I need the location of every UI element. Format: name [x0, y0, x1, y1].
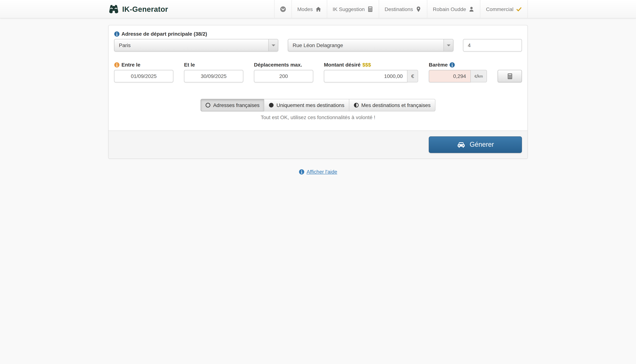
circle-filled-icon: [269, 102, 274, 108]
page: IK-Generator Modes IK Suggestio: [0, 0, 636, 182]
generator-form-panel: Adresse de départ principale (38/2) Pari…: [108, 25, 528, 159]
nav-item-ik-suggestion[interactable]: IK Suggestion: [327, 0, 379, 18]
euro-addon: €: [407, 70, 418, 82]
info-icon: [450, 62, 455, 68]
calculator-icon: [507, 73, 513, 79]
street-select-value: Rue Léon Delagrange: [288, 39, 444, 51]
binoculars-logo-icon: [108, 4, 119, 14]
nav-item-label: Modes: [297, 6, 313, 12]
circle-half-icon: [354, 102, 359, 108]
mode-my-destinations[interactable]: Uniquement mes destinations: [264, 99, 349, 112]
mode-both[interactable]: Mes destinations et françaises: [349, 99, 435, 112]
max-trips-input[interactable]: [254, 70, 313, 82]
mode-button-group: Adresses françaises Uniquement mes desti…: [201, 99, 435, 112]
chevron-down-icon: [444, 39, 453, 51]
dollars-badge: $$$: [362, 62, 371, 68]
desired-amount-label: Montant désiré $$$: [324, 62, 418, 68]
address-label: Adresse de départ principale (38/2): [114, 31, 522, 37]
date-end-input[interactable]: [184, 70, 243, 82]
info-icon: [114, 31, 120, 36]
chevron-circle-down-icon: [280, 6, 286, 12]
chevron-down-icon: [268, 39, 278, 51]
nav-item-user[interactable]: Robain Oudde: [427, 0, 480, 18]
desired-amount-input[interactable]: [324, 70, 407, 82]
bareme-group: €/km: [429, 70, 487, 82]
nav-item-label: Commercial: [486, 6, 513, 12]
calculator-icon: [367, 6, 373, 12]
brand-label: IK-Generator: [122, 5, 168, 14]
nav-item-dropdown[interactable]: [274, 0, 291, 18]
nav-item-label: IK Suggestion: [333, 6, 365, 12]
status-text: Tout est OK, utilisez ces fonctionnalité…: [114, 114, 522, 120]
max-trips-label: Déplacements max.: [254, 62, 313, 68]
until-label: Et le: [184, 62, 243, 68]
calculator-button[interactable]: [498, 70, 522, 82]
car-icon: [457, 141, 466, 148]
nav-item-destinations[interactable]: Destinations: [379, 0, 427, 18]
info-orange-icon: [114, 62, 120, 68]
navbar: IK-Generator Modes IK Suggestio: [0, 0, 636, 18]
desired-amount-group: €: [324, 70, 418, 82]
nav-item-label: Robain Oudde: [433, 6, 466, 12]
date-start-input[interactable]: [114, 70, 173, 82]
city-select-value: Paris: [115, 39, 268, 51]
navbar-menu: Modes IK Suggestion Destinations: [274, 0, 528, 18]
info-icon: [299, 169, 304, 174]
show-help-link[interactable]: Afficher l'aide: [299, 169, 337, 175]
navbar-brand[interactable]: IK-Generator: [108, 0, 168, 18]
check-icon: [516, 6, 522, 12]
nav-item-label: Destinations: [385, 6, 413, 12]
nav-item-commercial[interactable]: Commercial: [480, 0, 528, 18]
nav-item-modes[interactable]: Modes: [291, 0, 327, 18]
between-label: Entre le: [114, 62, 173, 68]
generate-button[interactable]: Génerer: [429, 136, 522, 153]
bareme-label: Barème: [429, 62, 487, 68]
home-icon: [315, 6, 321, 12]
generate-label: Génerer: [470, 141, 494, 148]
map-marker-icon: [416, 6, 421, 12]
euro-per-km-addon: €/km: [471, 70, 487, 82]
city-select[interactable]: Paris: [114, 39, 278, 52]
street-select[interactable]: Rue Léon Delagrange: [288, 39, 453, 52]
mode-french-addresses[interactable]: Adresses françaises: [201, 99, 264, 112]
street-number-input[interactable]: [463, 39, 522, 52]
form-footer: Génerer: [109, 130, 527, 158]
user-icon: [469, 6, 475, 12]
circle-outline-icon: [205, 102, 210, 108]
bareme-input[interactable]: [429, 70, 471, 82]
